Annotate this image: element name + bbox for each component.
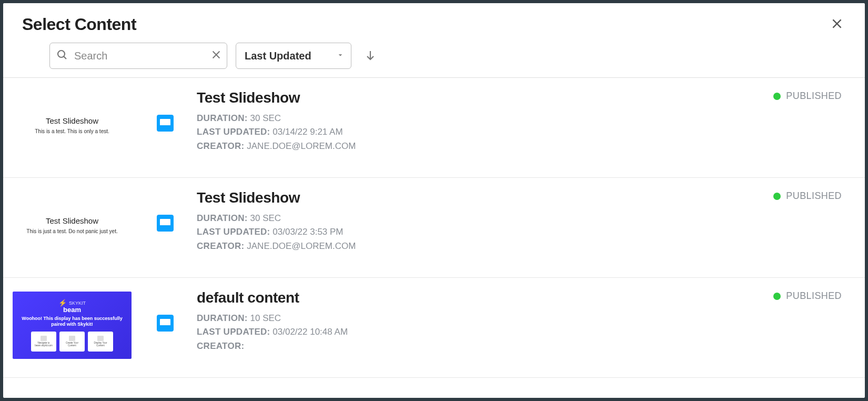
item-details: default content DURATION: 10 SEC LAST UP… bbox=[197, 289, 763, 353]
last-updated-label: LAST UPDATED: bbox=[197, 327, 270, 337]
status-badge: PUBLISHED bbox=[773, 191, 842, 202]
thumbnail-title: Test Slideshow bbox=[46, 116, 98, 125]
creator-value: JANE.DOE@LOREM.COM bbox=[247, 241, 356, 251]
list-item[interactable]: ⚡ SKYKIT beam Woohoo! This display has b… bbox=[3, 278, 865, 378]
sort-direction-button[interactable] bbox=[360, 45, 381, 67]
creator-value: JANE.DOE@LOREM.COM bbox=[247, 141, 356, 151]
creator-label: CREATOR: bbox=[197, 141, 245, 151]
duration-label: DURATION: bbox=[197, 213, 248, 223]
last-updated-value: 03/14/22 9:21 AM bbox=[272, 127, 342, 137]
content-list[interactable]: Test Slideshow This is a test. This is o… bbox=[3, 78, 865, 398]
status-badge: PUBLISHED bbox=[773, 91, 842, 102]
duration-value: 30 SEC bbox=[250, 213, 281, 223]
status-text: PUBLISHED bbox=[786, 290, 842, 302]
modal-header: Select Content bbox=[3, 3, 865, 37]
last-updated-label: LAST UPDATED: bbox=[197, 227, 270, 237]
status-text: PUBLISHED bbox=[786, 191, 842, 202]
creator-label: CREATOR: bbox=[197, 341, 245, 351]
status-dot-icon bbox=[773, 193, 781, 200]
last-updated-value: 03/02/22 10:48 AM bbox=[272, 327, 348, 337]
toolbar: Last Updated bbox=[3, 37, 865, 78]
item-title: default content bbox=[197, 289, 763, 306]
arrow-down-icon bbox=[364, 49, 377, 62]
status-dot-icon bbox=[773, 293, 781, 300]
status-badge: PUBLISHED bbox=[773, 290, 842, 302]
item-details: Test Slideshow DURATION: 30 SEC LAST UPD… bbox=[197, 189, 763, 253]
beam-cards: Navigate tobeam.skykit.com Create YourCo… bbox=[31, 332, 113, 352]
status-dot-icon bbox=[773, 93, 781, 100]
thumbnail-subtext: Woohoo! This display has been successful… bbox=[17, 316, 127, 327]
creator-label: CREATOR: bbox=[197, 241, 245, 251]
slideshow-icon bbox=[157, 315, 174, 332]
modal-title: Select Content bbox=[22, 15, 136, 34]
search-icon bbox=[56, 48, 68, 63]
slideshow-icon bbox=[157, 215, 174, 232]
clear-search-button[interactable] bbox=[210, 49, 222, 63]
duration-label: DURATION: bbox=[197, 313, 248, 323]
duration-value: 10 SEC bbox=[250, 313, 281, 323]
slideshow-icon bbox=[157, 115, 174, 132]
item-title: Test Slideshow bbox=[197, 89, 763, 106]
beam-logo-text: beam bbox=[63, 306, 81, 314]
thumbnail: Test Slideshow This is a test. This is o… bbox=[13, 92, 132, 159]
sort-selected-label: Last Updated bbox=[245, 50, 311, 62]
x-icon bbox=[210, 49, 222, 61]
caret-down-icon bbox=[336, 50, 345, 62]
last-updated-value: 03/03/22 3:53 PM bbox=[272, 227, 343, 237]
thumbnail-subtext: This is just a test. Do not panic just y… bbox=[26, 228, 117, 234]
thumbnail-subtext: This is a test. This is only a test. bbox=[35, 128, 109, 134]
status-text: PUBLISHED bbox=[786, 91, 842, 102]
select-content-modal: Select Content Last Updated Test Slid bbox=[3, 3, 865, 398]
search-field-wrap bbox=[49, 43, 227, 69]
item-title: Test Slideshow bbox=[197, 189, 763, 206]
thumbnail: ⚡ SKYKIT beam Woohoo! This display has b… bbox=[13, 292, 132, 359]
duration-label: DURATION: bbox=[197, 113, 248, 123]
item-details: Test Slideshow DURATION: 30 SEC LAST UPD… bbox=[197, 89, 763, 153]
close-icon bbox=[830, 17, 844, 31]
svg-line-3 bbox=[64, 56, 66, 59]
search-input[interactable] bbox=[49, 43, 227, 69]
close-button[interactable] bbox=[828, 15, 846, 33]
duration-value: 30 SEC bbox=[250, 113, 281, 123]
list-item[interactable]: Test Slideshow This is just a test. Do n… bbox=[3, 178, 865, 278]
sort-dropdown[interactable]: Last Updated bbox=[236, 43, 351, 69]
last-updated-label: LAST UPDATED: bbox=[197, 127, 270, 137]
svg-point-2 bbox=[58, 51, 65, 57]
list-item[interactable]: Test Slideshow This is a test. This is o… bbox=[3, 78, 865, 178]
thumbnail-title: Test Slideshow bbox=[46, 216, 98, 225]
thumbnail: Test Slideshow This is just a test. Do n… bbox=[13, 192, 132, 259]
